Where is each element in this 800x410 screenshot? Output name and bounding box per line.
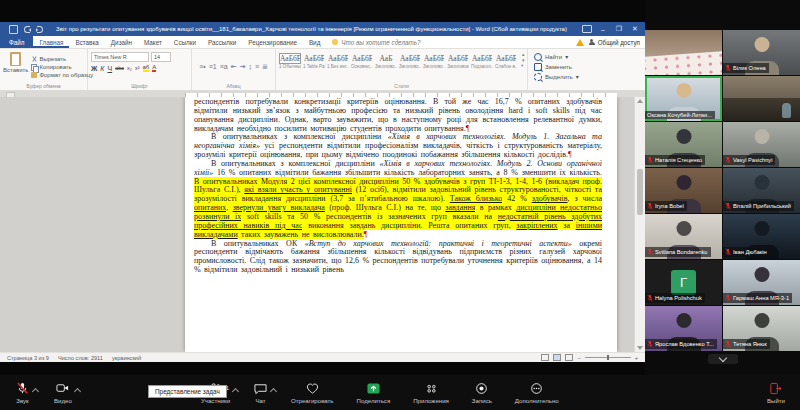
participant-tile-Vasyl Pasichnyi[interactable]: Vasyl Pasichnyi xyxy=(723,122,800,167)
style-1 Обычный[interactable]: АаБбВвГг1 Обычный xyxy=(279,53,301,69)
participant-tile-Тетяна Янюк[interactable]: Тетяна Янюк xyxy=(723,306,800,351)
print-layout-icon[interactable] xyxy=(553,354,561,361)
ribbon-tab-Вид[interactable]: Вид xyxy=(303,36,326,48)
participant-tile-Галина Сімахіна[interactable]: Галина Сімахіна xyxy=(645,30,722,75)
paragraph-tool-icon[interactable]: ≡a xyxy=(220,63,228,70)
style-Подзагол...[interactable]: АаБбВвГПодзагол... xyxy=(471,53,493,69)
subscript-button[interactable]: x₂ xyxy=(127,65,132,71)
zoom-slider[interactable] xyxy=(585,357,631,358)
vertical-scrollbar[interactable] xyxy=(634,97,645,352)
tell-me-box[interactable]: Что вы хотите сделать? xyxy=(332,36,420,48)
font-name-combo[interactable]: Times New R xyxy=(91,52,149,62)
find-button[interactable]: Найти ▾ xyxy=(534,53,642,61)
ribbon-tab-Рецензирование[interactable]: Рецензирование xyxy=(242,36,303,48)
more-button[interactable]: Дополнительно xyxy=(508,382,566,404)
zoom-out-button[interactable]: − xyxy=(577,355,580,361)
share-button[interactable]: Поделиться xyxy=(350,382,398,404)
redo-icon[interactable] xyxy=(36,25,44,33)
scroll-up-icon[interactable] xyxy=(637,99,643,103)
style-Заголово...[interactable]: АаБбВвГЗаголово... xyxy=(423,53,445,69)
participant-tile-Halyna Polishchuk[interactable]: ГHalyna Polishchuk xyxy=(645,260,722,305)
web-layout-icon[interactable] xyxy=(565,354,573,361)
undo-icon[interactable] xyxy=(23,25,31,33)
chevron-up-icon[interactable] xyxy=(232,387,239,394)
underline-button[interactable]: Ч xyxy=(107,65,112,72)
react-button[interactable]: Отреагировать xyxy=(284,382,341,404)
participant-tile-Іван Дюбакін[interactable]: Іван Дюбакін xyxy=(723,214,800,259)
word-count[interactable]: Число слов: 2911 xyxy=(58,355,103,361)
ribbon-tab-Вставка[interactable]: Вставка xyxy=(69,36,104,48)
apps-button[interactable]: Приложения xyxy=(406,382,456,404)
chevron-up-icon[interactable] xyxy=(270,387,277,394)
paragraph-tool-icon[interactable]: ⇤ xyxy=(231,63,237,70)
participant-tile-Віталій Прибильський[interactable]: Віталій Прибильський xyxy=(723,168,800,213)
ribbon-display-options-icon[interactable] xyxy=(582,25,592,33)
strikethrough-button[interactable]: abc xyxy=(115,65,124,71)
zoom-in-button[interactable]: + xyxy=(635,355,638,361)
style-Заголовок[interactable]: АаБбВЗаголовок xyxy=(447,53,469,69)
replace-button[interactable]: Заменить xyxy=(534,63,642,71)
style-Слабое в...[interactable]: АаБбВвГдСлабое в... xyxy=(495,53,517,69)
superscript-button[interactable]: x² xyxy=(135,65,140,71)
leave-button[interactable]: Выйти xyxy=(760,382,792,404)
style-Заголово...[interactable]: АаБбВвЗаголово... xyxy=(399,53,421,69)
read-mode-icon[interactable] xyxy=(541,354,549,361)
select-button[interactable]: Выделить ▾ xyxy=(534,73,642,81)
chevron-up-icon[interactable] xyxy=(74,387,81,394)
ribbon-tab-Ссылки[interactable]: Ссылки xyxy=(168,36,202,48)
audio-button[interactable]: Звук xyxy=(8,382,37,404)
participant-tile-Білик Олена[interactable]: Білик Олена xyxy=(723,30,800,75)
chat-button[interactable]: Чат xyxy=(246,382,275,404)
participant-tile-Наталія Стеценко[interactable]: Наталія Стеценко xyxy=(645,122,722,167)
italic-button[interactable]: К xyxy=(100,65,104,72)
participant-tile-Оксана Кочубей-Литви...[interactable]: Оксана Кочубей-Литви... xyxy=(645,76,722,121)
participant-tile-Iryna Bobel[interactable]: Iryna Bobel xyxy=(645,168,722,213)
style-1 Table Pa...[interactable]: АаБбВвГг1 Table Pa... xyxy=(303,53,325,69)
ribbon-tab-Главная[interactable]: Главная xyxy=(33,36,69,48)
minimize-button[interactable]: – xyxy=(595,22,611,36)
share-document-button[interactable]: Общий доступ xyxy=(589,39,640,46)
participant-name-label: Vasyl Pasichnyi xyxy=(723,155,775,165)
language-indicator[interactable]: украинский xyxy=(112,355,141,361)
paragraph-tool-icon[interactable]: ≡ xyxy=(255,63,259,70)
restore-button[interactable]: ❐ xyxy=(611,22,627,36)
ribbon-tab-Дизайн[interactable]: Дизайн xyxy=(105,36,138,48)
text-highlight-button[interactable]: аб xyxy=(143,64,150,72)
activation-warning-icon[interactable] xyxy=(576,39,584,46)
participant-name-label: Галина Сімахіна xyxy=(645,65,693,73)
participant-tile-Гармаш Анна МЯ-3-1[interactable]: Гармаш Анна МЯ-3-1 xyxy=(723,260,800,305)
document-page[interactable]: респондентів потребували конкретизації к… xyxy=(185,97,617,352)
video-button[interactable]: Видео xyxy=(47,382,79,404)
font-size-combo[interactable]: 14 xyxy=(151,52,171,62)
ribbon-tab-Макет[interactable]: Макет xyxy=(138,36,168,48)
paragraph-tool-icon[interactable]: ⇥ xyxy=(240,63,246,70)
style-name: Заголово... xyxy=(423,64,445,69)
font-color-button[interactable]: А xyxy=(152,64,156,72)
copy-button[interactable]: Копировать xyxy=(31,64,93,70)
page-indicator[interactable]: Страница 3 из 9 xyxy=(7,355,49,361)
save-icon[interactable] xyxy=(9,25,18,34)
paragraph-tool-icon[interactable]: ≡• xyxy=(199,63,206,70)
record-button[interactable]: Запись xyxy=(465,382,499,404)
participant-tile-Svitlana Bondarenko[interactable]: Svitlana Bondarenko xyxy=(645,214,722,259)
paragraph-tool-icon[interactable]: ≡1 xyxy=(209,63,217,70)
ribbon-tab-Файл[interactable]: Файл xyxy=(0,36,33,48)
participant-tile-Володимир Ковбаса[interactable]: Володимир Ковбаса xyxy=(723,76,800,121)
bold-button[interactable]: Ж xyxy=(91,65,97,72)
style-1 Без инт...[interactable]: АаБбВвГг1 Без инт... xyxy=(327,53,349,69)
ribbon-tab-Рассылки[interactable]: Рассылки xyxy=(202,36,242,48)
paste-button[interactable]: Вставить xyxy=(3,52,28,81)
paragraph-tool-icon[interactable]: ≣ xyxy=(262,63,268,70)
collapse-sidebar-button[interactable] xyxy=(708,354,738,364)
style-Заголово...[interactable]: АаБЗаголово... xyxy=(375,53,397,69)
scrollbar-thumb[interactable] xyxy=(637,169,643,215)
participant-tile-Ярослав Вдовенко Т...[interactable]: Ярослав Вдовенко Т... xyxy=(645,306,722,351)
paragraph-tool-icon[interactable]: ↨ xyxy=(248,63,252,70)
cut-button[interactable]: Вырезать xyxy=(31,56,93,62)
style-Основно...[interactable]: АаБбВвОсновно... xyxy=(351,53,373,69)
format-painter-button[interactable]: Формат по образцу xyxy=(31,72,93,78)
chevron-up-icon[interactable] xyxy=(32,387,39,394)
styles-gallery-scroll[interactable]: ▲▼▾ xyxy=(521,53,525,69)
scroll-down-icon[interactable] xyxy=(637,346,643,350)
close-button[interactable]: ✕ xyxy=(627,22,643,36)
